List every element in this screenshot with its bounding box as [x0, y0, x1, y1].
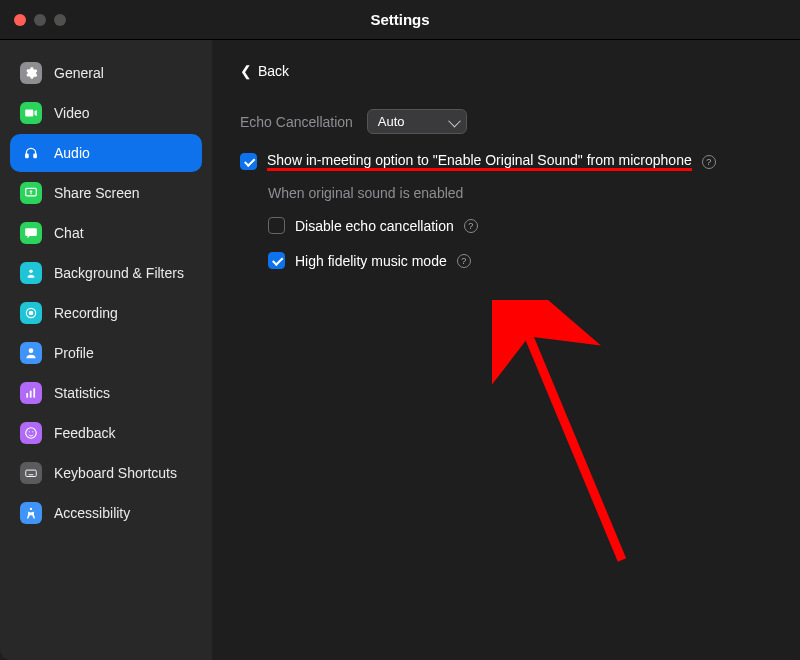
- body: General Video Audio Share Screen: [0, 40, 800, 660]
- svg-point-10: [26, 428, 37, 439]
- sidebar-item-label: Video: [54, 105, 90, 121]
- sidebar-item-label: Background & Filters: [54, 265, 184, 281]
- sidebar-item-label: Statistics: [54, 385, 110, 401]
- share-screen-icon: [20, 182, 42, 204]
- annotation-arrow: [492, 300, 662, 580]
- svg-point-3: [29, 270, 33, 274]
- show-original-sound-row: Show in-meeting option to "Enable Origin…: [240, 152, 772, 171]
- sidebar-item-label: Recording: [54, 305, 118, 321]
- recording-icon: [20, 302, 42, 324]
- profile-icon: [20, 342, 42, 364]
- traffic-lights: [0, 14, 66, 26]
- hifi-label: High fidelity music mode: [295, 253, 447, 269]
- show-original-sound-label: Show in-meeting option to "Enable Origin…: [267, 152, 692, 171]
- echo-cancellation-row: Echo Cancellation Auto: [240, 109, 772, 134]
- select-value: Auto: [378, 114, 405, 129]
- keyboard-icon: [20, 462, 42, 484]
- hifi-row: High fidelity music mode ?: [268, 252, 772, 269]
- titlebar: Settings: [0, 0, 800, 40]
- settings-window: Settings General Video Audio: [0, 0, 800, 660]
- sidebar-item-background-filters[interactable]: Background & Filters: [10, 254, 202, 292]
- feedback-icon: [20, 422, 42, 444]
- svg-point-6: [29, 348, 34, 353]
- window-close-button[interactable]: [14, 14, 26, 26]
- chevron-left-icon: ❮: [240, 63, 252, 79]
- svg-point-18: [30, 508, 32, 510]
- statistics-icon: [20, 382, 42, 404]
- svg-line-19: [522, 320, 622, 560]
- back-button[interactable]: ❮ Back: [240, 63, 289, 79]
- sidebar-item-label: Chat: [54, 225, 84, 241]
- sidebar: General Video Audio Share Screen: [0, 40, 212, 660]
- background-filters-icon: [20, 262, 42, 284]
- sidebar-item-label: Keyboard Shortcuts: [54, 465, 177, 481]
- sidebar-item-keyboard-shortcuts[interactable]: Keyboard Shortcuts: [10, 454, 202, 492]
- window-title: Settings: [0, 11, 800, 28]
- svg-rect-7: [26, 393, 28, 398]
- accessibility-icon: [20, 502, 42, 524]
- disable-echo-checkbox[interactable]: [268, 217, 285, 234]
- help-icon[interactable]: ?: [702, 155, 716, 169]
- svg-point-11: [29, 431, 30, 432]
- subsection-title: When original sound is enabled: [268, 185, 772, 201]
- svg-point-5: [29, 311, 33, 315]
- original-sound-subsection: When original sound is enabled Disable e…: [268, 185, 772, 269]
- sidebar-item-label: Profile: [54, 345, 94, 361]
- help-icon[interactable]: ?: [464, 219, 478, 233]
- sidebar-item-label: Accessibility: [54, 505, 130, 521]
- disable-echo-label: Disable echo cancellation: [295, 218, 454, 234]
- video-icon: [20, 102, 42, 124]
- headphones-icon: [20, 142, 42, 164]
- echo-cancellation-label: Echo Cancellation: [240, 114, 353, 130]
- sidebar-item-video[interactable]: Video: [10, 94, 202, 132]
- svg-rect-9: [33, 388, 35, 397]
- content-panel: ❮ Back Echo Cancellation Auto Show in-me…: [212, 40, 800, 660]
- sidebar-item-statistics[interactable]: Statistics: [10, 374, 202, 412]
- sidebar-item-recording[interactable]: Recording: [10, 294, 202, 332]
- sidebar-item-label: General: [54, 65, 104, 81]
- svg-point-12: [32, 431, 33, 432]
- sidebar-item-accessibility[interactable]: Accessibility: [10, 494, 202, 532]
- disable-echo-row: Disable echo cancellation ?: [268, 217, 772, 234]
- svg-rect-13: [26, 470, 37, 476]
- window-minimize-button[interactable]: [34, 14, 46, 26]
- window-maximize-button[interactable]: [54, 14, 66, 26]
- sidebar-item-chat[interactable]: Chat: [10, 214, 202, 252]
- sidebar-item-feedback[interactable]: Feedback: [10, 414, 202, 452]
- svg-rect-0: [26, 154, 28, 158]
- sidebar-item-audio[interactable]: Audio: [10, 134, 202, 172]
- back-label: Back: [258, 63, 289, 79]
- show-original-sound-checkbox[interactable]: [240, 153, 257, 170]
- sidebar-item-general[interactable]: General: [10, 54, 202, 92]
- help-icon[interactable]: ?: [457, 254, 471, 268]
- sidebar-item-label: Share Screen: [54, 185, 140, 201]
- sidebar-item-share-screen[interactable]: Share Screen: [10, 174, 202, 212]
- sidebar-item-label: Audio: [54, 145, 90, 161]
- sidebar-item-profile[interactable]: Profile: [10, 334, 202, 372]
- chat-icon: [20, 222, 42, 244]
- svg-rect-1: [34, 154, 36, 158]
- gear-icon: [20, 62, 42, 84]
- echo-cancellation-select[interactable]: Auto: [367, 109, 467, 134]
- hifi-checkbox[interactable]: [268, 252, 285, 269]
- sidebar-item-label: Feedback: [54, 425, 115, 441]
- svg-rect-8: [30, 391, 32, 398]
